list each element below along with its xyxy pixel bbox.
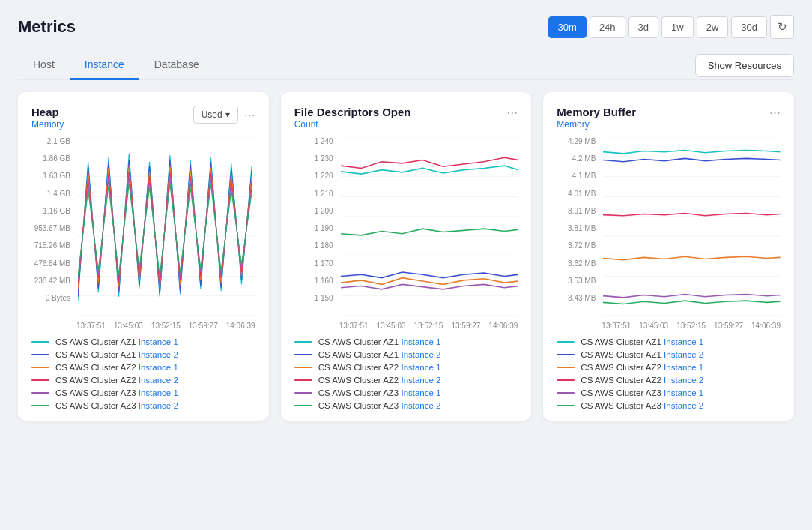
fdo-legend: CS AWS Cluster AZ1 Instance 1 CS AWS Clu… — [294, 337, 518, 410]
legend-item: CS AWS Cluster AZ3 Instance 2 — [557, 401, 781, 410]
legend-color — [31, 341, 49, 343]
legend-item: CS AWS Cluster AZ3 Instance 2 — [31, 401, 255, 410]
time-controls: 30m 24h 3d 1w 2w 30d ↻ — [548, 15, 794, 39]
time-btn-2w[interactable]: 2w — [697, 16, 729, 38]
chart-title: Heap — [31, 106, 64, 118]
legend-item: CS AWS Cluster AZ2 Instance 2 — [31, 376, 255, 385]
show-resources-button[interactable]: Show Resources — [695, 54, 794, 77]
tabs-bar: Host Instance Database Show Resources — [18, 51, 794, 80]
membuf-chart-wrapper: 4.29 MB 4.2 MB 4.1 MB 4.01 MB 3.91 MB 3.… — [557, 137, 781, 330]
chart-title: File Descriptors Open — [294, 106, 411, 118]
card-header: Memory Buffer Memory ··· — [557, 106, 781, 130]
page-title: Metrics — [18, 17, 76, 37]
used-dropdown[interactable]: Used ▾ — [193, 106, 238, 124]
membuf-y-labels: 4.29 MB 4.2 MB 4.1 MB 4.01 MB 3.91 MB 3.… — [557, 137, 600, 302]
time-btn-30m[interactable]: 30m — [548, 16, 587, 38]
time-btn-24h[interactable]: 24h — [590, 16, 625, 38]
heap-legend: CS AWS Cluster AZ1 Instance 1 CS AWS Clu… — [31, 337, 255, 410]
legend-item: CS AWS Cluster AZ1 Instance 2 — [294, 350, 518, 359]
legend-item: CS AWS Cluster AZ1 Instance 1 — [294, 337, 518, 346]
legend-item: CS AWS Cluster AZ3 Instance 1 — [557, 388, 781, 397]
tab-database[interactable]: Database — [139, 51, 214, 80]
charts-grid: Heap Memory Used ▾ ··· 2.1 GB 1.86 GB — [18, 92, 794, 421]
tabs: Host Instance Database — [18, 51, 214, 79]
more-menu-icon[interactable]: ··· — [769, 106, 781, 119]
memory-buffer-card: Memory Buffer Memory ··· 4.29 MB 4.2 MB … — [543, 92, 794, 421]
legend-item: CS AWS Cluster AZ1 Instance 1 — [557, 337, 781, 346]
tab-host[interactable]: Host — [18, 51, 70, 80]
legend-item: CS AWS Cluster AZ1 Instance 2 — [31, 350, 255, 359]
chart-subtitle: Memory — [557, 119, 636, 130]
chevron-down-icon: ▾ — [225, 109, 230, 120]
membuf-chart-area: 4.29 MB 4.2 MB 4.1 MB 4.01 MB 3.91 MB 3.… — [557, 137, 781, 317]
time-btn-3d[interactable]: 3d — [628, 16, 658, 38]
card-header: File Descriptors Open Count ··· — [294, 106, 518, 130]
legend-color — [31, 354, 49, 355]
legend-color — [31, 405, 49, 406]
legend-item: CS AWS Cluster AZ3 Instance 1 — [294, 388, 518, 397]
legend-item: CS AWS Cluster AZ2 Instance 1 — [557, 363, 781, 372]
legend-item: CS AWS Cluster AZ2 Instance 1 — [31, 363, 255, 372]
membuf-legend: CS AWS Cluster AZ1 Instance 1 CS AWS Clu… — [557, 337, 781, 410]
fdo-chart-wrapper: 1 240 1 230 1 220 1 210 1 200 1 190 1 18… — [294, 137, 518, 330]
time-btn-30d[interactable]: 30d — [731, 16, 767, 38]
legend-item: CS AWS Cluster AZ2 Instance 1 — [294, 363, 518, 372]
fdo-chart-area: 1 240 1 230 1 220 1 210 1 200 1 190 1 18… — [294, 137, 518, 317]
more-menu-icon[interactable]: ··· — [244, 108, 255, 121]
heap-chart-wrapper: 2.1 GB 1.86 GB 1.63 GB 1.4 GB 1.16 GB 95… — [31, 137, 255, 330]
heap-memory-card: Heap Memory Used ▾ ··· 2.1 GB 1.86 GB — [18, 92, 269, 421]
legend-item: CS AWS Cluster AZ3 Instance 1 — [31, 388, 255, 397]
legend-color — [31, 392, 49, 394]
legend-item: CS AWS Cluster AZ2 Instance 2 — [557, 376, 781, 385]
time-btn-1w[interactable]: 1w — [661, 16, 694, 38]
legend-item: CS AWS Cluster AZ1 Instance 1 — [31, 337, 255, 346]
fdo-x-labels: 13:37:5113:45:0313:52:1513:59:2714:06:39 — [294, 322, 518, 330]
card-header: Heap Memory Used ▾ ··· — [31, 106, 255, 130]
tab-instance[interactable]: Instance — [70, 51, 139, 80]
chart-subtitle: Count — [294, 119, 411, 130]
legend-item: CS AWS Cluster AZ3 Instance 2 — [294, 401, 518, 410]
fdo-y-labels: 1 240 1 230 1 220 1 210 1 200 1 190 1 18… — [294, 137, 338, 302]
heap-chart-area: 2.1 GB 1.86 GB 1.63 GB 1.4 GB 1.16 GB 95… — [31, 137, 255, 317]
more-menu-icon[interactable]: ··· — [506, 106, 518, 119]
legend-item: CS AWS Cluster AZ2 Instance 2 — [294, 376, 518, 385]
heap-x-labels: 13:37:5113:45:0313:52:1513:59:2714:06:39 — [31, 322, 255, 330]
fdo-card: File Descriptors Open Count ··· 1 240 1 … — [281, 92, 532, 421]
legend-item: CS AWS Cluster AZ1 Instance 2 — [557, 350, 781, 359]
membuf-x-labels: 13:37:5113:45:0313:52:1513:59:2714:06:39 — [557, 322, 781, 330]
legend-color — [31, 367, 49, 368]
chart-title: Memory Buffer — [557, 106, 636, 118]
chart-subtitle: Memory — [31, 119, 64, 130]
heap-y-labels: 2.1 GB 1.86 GB 1.63 GB 1.4 GB 1.16 GB 95… — [31, 137, 75, 302]
legend-color — [31, 379, 49, 381]
refresh-button[interactable]: ↻ — [770, 15, 794, 39]
